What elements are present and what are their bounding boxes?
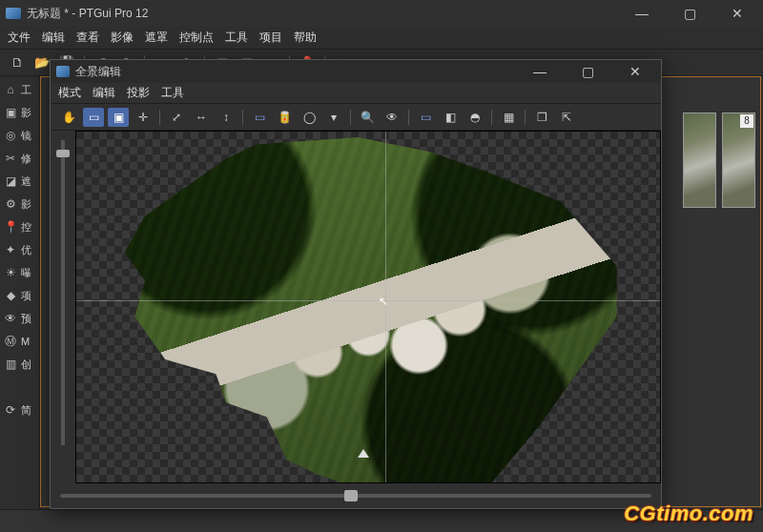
project-icon: ◆ <box>4 289 17 302</box>
slider-handle[interactable] <box>344 490 358 501</box>
menu-project[interactable]: 项目 <box>259 30 282 46</box>
sidebar-item[interactable]: 📍控 <box>0 215 39 238</box>
overlap-icon[interactable]: ▣ <box>108 108 129 127</box>
open-file-icon[interactable]: 📂 <box>32 53 52 72</box>
sidebar-item-label: 修 <box>21 152 31 166</box>
sidebar-item[interactable]: ◪遮 <box>0 170 39 193</box>
pin-sb-icon: 📍 <box>4 220 17 234</box>
sidebar-item[interactable]: ◎镜 <box>0 124 39 147</box>
home-icon: ⌂ <box>4 83 17 96</box>
select-rect-icon[interactable]: ▭ <box>83 108 104 127</box>
sidebar-item-label: 预 <box>21 312 31 326</box>
menu-mask[interactable]: 遮罩 <box>145 30 168 46</box>
sidebar-item[interactable]: ✦优 <box>0 238 39 261</box>
panorama-book-icon[interactable]: ◧ <box>440 108 461 127</box>
panorama-image[interactable] <box>114 137 622 483</box>
sidebar-item-label: 工 <box>21 83 31 97</box>
canvas-row: ↖ <box>51 131 661 483</box>
inner-menu-proj[interactable]: 投影 <box>127 85 150 101</box>
sphere-icon[interactable]: ◯ <box>299 108 320 127</box>
sidebar-item[interactable]: ☀曝 <box>0 261 39 284</box>
separator <box>242 110 243 125</box>
export-icon[interactable]: ⇱ <box>556 108 577 127</box>
sidebar-item[interactable]: 👁预 <box>0 307 39 330</box>
settings-icon: ⚙ <box>4 197 17 211</box>
sidebar-item[interactable]: ⓂM <box>0 330 39 353</box>
sidebar-item-label: 优 <box>21 243 31 257</box>
new-file-icon[interactable]: 🗋 <box>8 53 27 72</box>
target-icon[interactable]: ✛ <box>133 108 154 127</box>
inner-toolbar: ✋ ▭ ▣ ✛ ⤢ ↔ ↕ ▭ 🥫 ◯ ▾ 🔍 👁 ▭ ◧ ◓ ▦ ❐ ⇱ <box>51 104 661 131</box>
sidebar-item[interactable]: ✂修 <box>0 147 39 170</box>
main-menubar: 文件 编辑 查看 影像 遮罩 控制点 工具 项目 帮助 <box>0 27 763 50</box>
inner-maximize-button[interactable]: ▢ <box>573 65 602 78</box>
panorama-canvas[interactable]: ↖ <box>75 131 661 483</box>
metadata-icon: Ⓜ <box>4 334 17 350</box>
optimize-icon: ✦ <box>4 243 17 256</box>
sidebar-item-label: 影 <box>21 106 31 120</box>
grid-num-icon[interactable]: ▦ <box>498 108 519 127</box>
main-titlebar[interactable]: 无标题 * - PTGui Pro 12 ― ▢ ✕ <box>0 0 763 27</box>
minimize-button[interactable]: ― <box>628 7 656 20</box>
menu-edit[interactable]: 编辑 <box>42 30 65 46</box>
slider-handle[interactable] <box>56 150 70 157</box>
sidebar-item[interactable]: ⚙影 <box>0 193 39 215</box>
menu-file[interactable]: 文件 <box>8 30 31 46</box>
refresh-icon: ⟳ <box>4 403 17 417</box>
panorama-flat-icon[interactable]: ▭ <box>415 108 436 127</box>
maximize-button[interactable]: ▢ <box>675 7 704 20</box>
slider-track[interactable] <box>60 494 651 498</box>
menu-images[interactable]: 影像 <box>111 30 134 46</box>
sidebar-item[interactable]: ◆项 <box>0 284 39 307</box>
sidebar-item[interactable]: ⌂工 <box>0 78 39 101</box>
inner-title: 全景编辑 <box>75 64 121 80</box>
center-v-icon[interactable]: ↕ <box>216 108 237 127</box>
app-icon <box>56 66 70 77</box>
inner-menu-edit[interactable]: 编辑 <box>93 85 115 101</box>
horizontal-slider[interactable] <box>51 483 661 508</box>
yaw-indicator-icon[interactable] <box>358 449 369 458</box>
view-rect-icon[interactable]: ▭ <box>249 108 270 127</box>
mask-icon: ◪ <box>4 174 17 188</box>
inner-minimize-button[interactable]: ― <box>526 65 554 78</box>
sidebar-item-label: 项 <box>21 289 31 303</box>
app-icon <box>6 8 21 19</box>
inner-titlebar[interactable]: 全景编辑 ― ▢ ✕ <box>51 60 661 83</box>
sidebar-item[interactable]: ⟳简 <box>0 399 39 421</box>
inner-menu-mode[interactable]: 模式 <box>58 85 81 101</box>
menu-view[interactable]: 查看 <box>76 30 99 46</box>
cylinder-icon[interactable]: 🥫 <box>274 108 295 127</box>
center-h-icon[interactable]: ↔ <box>191 108 212 127</box>
zoom-icon[interactable]: 🔍 <box>357 108 378 127</box>
panorama-editor-window[interactable]: 全景编辑 ― ▢ ✕ 模式 编辑 投影 工具 ✋ ▭ ▣ ✛ ⤢ ↔ ↕ ▭ 🥫 <box>50 59 662 509</box>
thumbnail-badge: 8 <box>740 114 753 128</box>
vertical-slider[interactable] <box>51 131 75 483</box>
sidebar-item[interactable]: ▣影 <box>0 101 39 124</box>
separator <box>350 110 351 125</box>
sidebar: ⌂工 ▣影 ◎镜 ✂修 ◪遮 ⚙影 📍控 ✦优 ☀曝 ◆项 👁预 ⓂM ▥创 ⟳… <box>0 76 40 509</box>
sidebar-item-label: 简 <box>21 403 31 418</box>
fit-icon[interactable]: ⤢ <box>166 108 187 127</box>
sidebar-item[interactable]: ▥创 <box>0 353 39 376</box>
thumbnail[interactable] <box>683 113 716 208</box>
dropdown-icon[interactable]: ▾ <box>323 108 344 127</box>
copy-icon[interactable]: ❐ <box>531 108 552 127</box>
panorama-sphere-icon[interactable]: ◓ <box>464 108 485 127</box>
thumbnail[interactable]: 8 <box>722 113 755 208</box>
sidebar-item-label: 遮 <box>21 174 31 189</box>
menu-tools[interactable]: 工具 <box>225 30 248 46</box>
create-icon: ▥ <box>4 358 17 371</box>
sidebar-item-label: 曝 <box>21 266 31 280</box>
slider-track[interactable] <box>61 140 65 445</box>
menu-ctrlpts[interactable]: 控制点 <box>179 30 214 46</box>
eye-icon[interactable]: 👁 <box>382 108 402 127</box>
sidebar-item-label: 镜 <box>21 129 31 143</box>
menu-help[interactable]: 帮助 <box>294 30 317 46</box>
close-button[interactable]: ✕ <box>723 7 752 20</box>
sidebar-item-label: 控 <box>21 220 31 235</box>
sidebar-item-label: 创 <box>21 358 31 372</box>
inner-menu-tools[interactable]: 工具 <box>161 85 184 101</box>
inner-close-button[interactable]: ✕ <box>621 65 650 78</box>
image-icon: ▣ <box>4 106 17 119</box>
hand-icon[interactable]: ✋ <box>58 108 79 127</box>
